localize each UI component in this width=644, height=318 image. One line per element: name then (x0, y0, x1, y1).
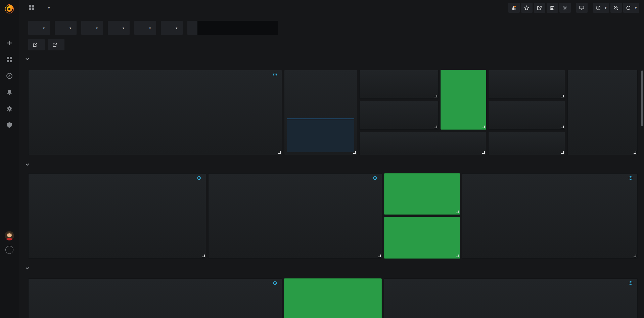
create-icon[interactable] (5, 39, 13, 47)
ups-load-time-bar-chart[interactable] (587, 83, 616, 141)
chevron-down-icon: ▾ (176, 26, 177, 30)
chevron-down-icon: ▾ (635, 6, 637, 10)
page-scrollbar[interactable] (641, 71, 643, 126)
cpu1-chart[interactable] (45, 184, 201, 236)
memory-chart[interactable] (417, 290, 546, 318)
clock-icon (273, 73, 277, 77)
clock-icon (373, 176, 377, 180)
star-button[interactable] (521, 3, 533, 13)
battery-charge-gauge[interactable] (286, 82, 355, 124)
panel-time-override[interactable] (629, 176, 634, 180)
stat-value[interactable] (441, 78, 486, 129)
section-cpu-stats[interactable] (26, 163, 32, 166)
cpu2-temp-sparkline (386, 248, 458, 257)
stat-value[interactable] (489, 112, 565, 129)
grafana-logo-icon[interactable] (3, 3, 15, 15)
panel-network (28, 278, 282, 318)
alerting-bell-icon[interactable] (5, 88, 13, 96)
y-axis-left (568, 83, 585, 141)
cpu2-chart[interactable] (479, 184, 633, 236)
chevron-down-icon[interactable]: ▾ (48, 6, 50, 10)
panel-ups-battery-charge (284, 70, 357, 155)
panel-estimated-yearly-cost (488, 132, 565, 155)
share-button[interactable] (534, 3, 545, 13)
section-network-memory[interactable] (26, 267, 32, 270)
x-axis (224, 237, 377, 242)
panel-time-override[interactable] (373, 176, 378, 180)
server-admin-shield-icon[interactable] (5, 121, 13, 129)
clock-icon (197, 176, 201, 180)
variable-cpu-threads[interactable] (187, 21, 278, 35)
panel-time-override[interactable] (273, 281, 278, 285)
chevron-down-icon: ▾ (70, 26, 71, 30)
breadcrumb: ▾ (19, 4, 50, 12)
panel-cpu1-temp (384, 173, 460, 215)
variable-kwh-price[interactable]: ▾ (28, 21, 50, 35)
y-axis-left (29, 184, 43, 236)
panel-uptime (284, 278, 382, 318)
dashboards-icon[interactable] (5, 55, 13, 63)
panel-cpu-1 (28, 173, 206, 259)
ups-load-chart[interactable] (50, 82, 257, 139)
y-axis-left (462, 184, 477, 236)
avatar[interactable] (5, 231, 14, 240)
dashboard-settings-gear-icon[interactable] (559, 3, 571, 13)
dashboard-links-row (28, 39, 64, 50)
clock-icon (629, 176, 633, 180)
configuration-gear-icon[interactable] (5, 105, 13, 113)
variable-currency[interactable]: ▾ (55, 21, 77, 35)
y-axis-right (259, 82, 282, 139)
panel-time-override[interactable] (273, 73, 278, 77)
chevron-down-icon: ▾ (43, 26, 45, 30)
stat-value[interactable] (360, 112, 438, 129)
zoom-out-button[interactable] (610, 3, 622, 13)
y-axis-left (384, 290, 415, 318)
dashboard-grid-icon[interactable] (28, 4, 35, 12)
refresh-button[interactable]: ▾ (623, 3, 639, 13)
panel-this-years-cost (488, 101, 565, 130)
chevron-down-icon (26, 267, 29, 270)
chevron-down-icon: ▾ (605, 6, 606, 10)
panel-ups-load-vs-time-left (567, 70, 638, 155)
panel-current-load-kwh (359, 132, 486, 155)
chevron-down-icon: ▾ (123, 26, 124, 30)
section-ups-stats[interactable] (26, 58, 32, 60)
stat-value[interactable] (284, 306, 381, 318)
network-chart[interactable] (51, 290, 276, 318)
panel-time-override[interactable] (629, 281, 634, 285)
chevron-down-icon (26, 163, 29, 166)
cpu-package-chart[interactable] (224, 184, 377, 236)
stat-value[interactable] (489, 141, 565, 155)
y-axis-right (618, 83, 637, 141)
panel-ups-runtime (441, 70, 486, 130)
x-axis (45, 237, 201, 242)
chevron-down-icon: ▾ (96, 26, 98, 30)
template-variables-row: ▾ ▾ ▾ ▾ ▾ ▾ (28, 21, 278, 35)
cpu-threads-input[interactable] (197, 21, 278, 35)
panel-ups-load (28, 70, 282, 155)
navbar-actions: ▾ ▾ (508, 3, 644, 13)
x-axis (587, 141, 616, 147)
stat-value[interactable] (489, 82, 565, 98)
link-grafana-plex-theme[interactable] (28, 39, 45, 50)
variable-ups-max-output[interactable]: ▾ (81, 21, 103, 35)
variable-host[interactable]: ▾ (108, 21, 130, 35)
variable-ups-datasource[interactable]: ▾ (161, 21, 183, 35)
explore-icon[interactable] (5, 72, 13, 80)
stat-value[interactable] (360, 82, 438, 98)
sidebar (0, 0, 19, 318)
save-button[interactable] (547, 3, 558, 13)
panel-time-override[interactable] (197, 176, 202, 180)
help-icon[interactable] (5, 246, 13, 254)
cpu1-temp-sparkline (386, 204, 458, 213)
variable-telegraf-datasource[interactable]: ▾ (134, 21, 156, 35)
clock-icon (629, 281, 633, 285)
add-panel-button[interactable] (508, 3, 520, 13)
panel-cpu-package (208, 173, 382, 259)
link-ups-monitoring-guide[interactable] (48, 39, 64, 50)
panel-current-ups-load (359, 70, 439, 99)
time-range-picker[interactable]: ▾ (593, 3, 609, 13)
cycle-view-monitor-icon[interactable] (576, 3, 588, 13)
stat-value[interactable] (360, 141, 486, 155)
panel-cpu-2 (462, 173, 638, 259)
